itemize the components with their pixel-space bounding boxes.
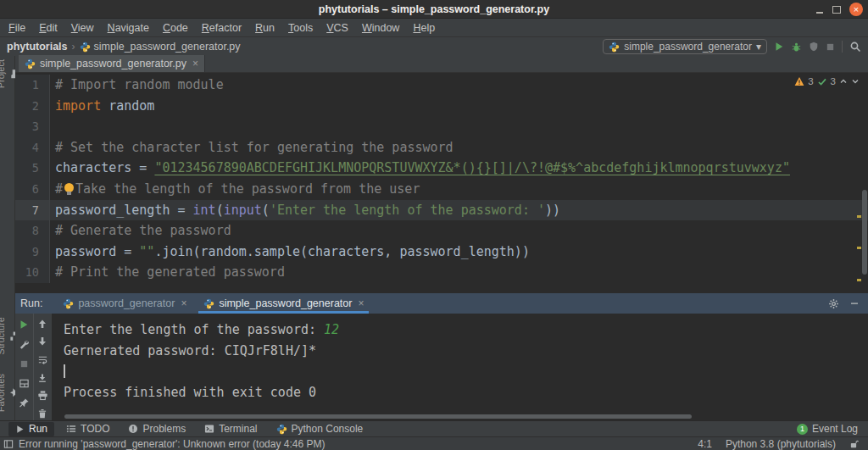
code-line: 7password_length = int(input('Enter the … (15, 200, 868, 221)
stop-icon[interactable] (16, 356, 31, 371)
console-hscrollbar[interactable] (53, 413, 868, 420)
run-console[interactable]: Enter the length of the password: 12Gern… (53, 314, 868, 413)
menu-item-file[interactable]: File (2, 20, 32, 36)
interpreter-widget[interactable]: Python 3.8 (phytutorials) (726, 438, 836, 450)
stop-button[interactable] (826, 42, 835, 52)
menu-item-navigate[interactable]: Navigate (101, 20, 156, 36)
line-number[interactable]: 8 (15, 220, 49, 242)
line-number[interactable]: 9 (15, 242, 49, 263)
toolwindow-button-problems[interactable]: Problems (121, 422, 192, 436)
run-button[interactable] (774, 42, 784, 52)
inspections-widget[interactable]: 3 3 (794, 76, 860, 86)
code-line: 3 (15, 116, 868, 137)
restore-layout-icon[interactable] (16, 375, 31, 391)
line-number[interactable]: 7 (15, 200, 49, 221)
print-icon[interactable] (35, 389, 50, 403)
python-icon (63, 298, 74, 309)
toolwindow-button-label: Python Console (292, 423, 364, 435)
toolwindow-button-python-console[interactable]: Python Console (270, 422, 370, 436)
debug-button[interactable] (791, 42, 802, 53)
code-text (49, 116, 868, 137)
maximize-icon[interactable] (832, 5, 841, 14)
rerun-icon[interactable] (16, 317, 31, 332)
run-panel-body: Enter the length of the password: 12Gern… (15, 314, 868, 413)
menu-item-window[interactable]: Window (355, 20, 406, 36)
down-icon[interactable] (35, 335, 50, 348)
run-tab-label: simple_password_generator (219, 297, 352, 309)
python-file-icon (25, 58, 36, 69)
breadcrumb-project[interactable]: phytutorials (7, 41, 68, 53)
tab-close-icon[interactable]: × (358, 297, 364, 309)
menu-item-tools[interactable]: Tools (281, 20, 320, 36)
menu-item-help[interactable]: Help (406, 20, 442, 36)
tab-close-icon[interactable]: × (181, 297, 186, 309)
python-icon (609, 42, 620, 53)
tool-window-bar: RunTODOProblemsTerminalPython Console 1 … (0, 420, 868, 436)
breadcrumb-file[interactable]: simple_password_generator.py (80, 41, 241, 53)
intention-bulb-icon[interactable] (64, 183, 74, 195)
run-tab-simple_password_generator[interactable]: simple_password_generator× (195, 293, 372, 314)
scroll-end-icon[interactable] (35, 371, 50, 385)
menu-item-vcs[interactable]: VCS (320, 20, 355, 36)
prev-issue-chevron-icon[interactable] (839, 77, 848, 86)
close-icon[interactable]: × (849, 3, 863, 16)
tab-close-icon[interactable]: × (192, 58, 198, 69)
python-icon (203, 298, 214, 309)
clear-icon[interactable] (35, 407, 50, 420)
scrollbar-thumb[interactable] (64, 414, 692, 419)
code-text: password = "".join(random.sample(charact… (49, 242, 868, 263)
error-stripe[interactable] (857, 73, 861, 293)
code-line: 9password = "".join(random.sample(charac… (15, 242, 868, 263)
line-number[interactable]: 6 (15, 179, 49, 200)
console-line: Gernerated password: CIQJrF8lH/]* (64, 341, 868, 362)
run-tab-password_generator[interactable]: password_generator× (54, 293, 195, 314)
console-line (64, 361, 868, 382)
window-title: phytutorials – simple_password_generator… (0, 3, 868, 15)
toolwindow-button-run[interactable]: Run (8, 422, 54, 436)
run-configuration-select[interactable]: simple_password_generator ▾ (603, 39, 767, 54)
gear-icon[interactable] (828, 298, 839, 309)
warning-stripe-mark[interactable] (857, 279, 861, 281)
menu-item-refactor[interactable]: Refactor (195, 20, 248, 36)
tool-window-toggle-icon[interactable] (3, 439, 14, 449)
search-everywhere-icon[interactable] (849, 41, 861, 53)
toolwindow-button-todo[interactable]: TODO (59, 422, 116, 436)
warning-stripe-mark[interactable] (857, 247, 861, 249)
code-line: 5characters = "01234567890ABCDEFGHIJKLMN… (15, 158, 868, 179)
menu-item-code[interactable]: Code (156, 20, 195, 36)
code-text: # Set the character list for generating … (49, 137, 868, 158)
line-number[interactable]: 3 (15, 116, 49, 137)
toolwindow-button-label: Run (29, 423, 47, 435)
unlock-icon[interactable] (849, 439, 860, 449)
warning-count: 3 (808, 76, 813, 86)
coverage-button[interactable] (809, 42, 819, 52)
line-number[interactable]: 5 (15, 158, 49, 179)
menu-item-run[interactable]: Run (248, 20, 281, 36)
minimize-icon[interactable] (815, 5, 824, 14)
line-number[interactable]: 2 (15, 96, 49, 117)
line-number[interactable]: 4 (15, 137, 49, 158)
code-token: # (55, 181, 63, 197)
code-token: # Print the generated password (55, 264, 285, 280)
menu-item-edit[interactable]: Edit (32, 20, 64, 36)
warning-stripe-mark[interactable] (857, 215, 861, 218)
stripe-label: Structure (0, 317, 6, 355)
pin-icon[interactable] (16, 395, 31, 410)
line-number[interactable]: 1 (15, 75, 49, 96)
code-token: input (224, 203, 262, 218)
hide-panel-icon[interactable] (849, 298, 860, 308)
editor-tab[interactable]: simple_password_generator.py × (19, 55, 205, 72)
toolwindow-button-label: Problems (142, 423, 186, 435)
up-icon[interactable] (35, 317, 50, 331)
console-caret (64, 364, 65, 378)
settings-icon[interactable] (16, 336, 31, 352)
caret-position-widget[interactable]: 4:1 (698, 438, 712, 450)
toolwindow-button-terminal[interactable]: Terminal (198, 422, 264, 436)
line-number[interactable]: 10 (15, 262, 49, 283)
editor-scrollbar[interactable] (862, 190, 867, 275)
menu-item-view[interactable]: View (64, 20, 101, 36)
soft-wrap-icon[interactable] (35, 353, 50, 366)
code-editor[interactable]: 3 3 1# Import random module2import rando… (15, 73, 868, 293)
event-log-widget[interactable]: 1 Event Log (797, 423, 868, 435)
pycharm-window: phytutorials – simple_password_generator… (0, 0, 868, 450)
